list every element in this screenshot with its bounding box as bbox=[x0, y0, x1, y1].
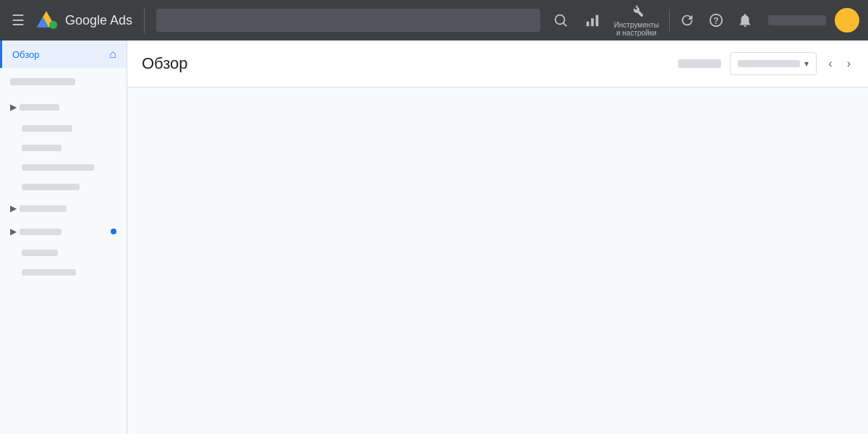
help-icon: ? bbox=[708, 12, 724, 28]
sidebar-item-2-label bbox=[22, 125, 72, 132]
sidebar-item-5[interactable] bbox=[0, 177, 127, 197]
date-range-dropdown[interactable]: ▾ bbox=[730, 52, 817, 75]
chevron-right-icon: ▶ bbox=[10, 102, 17, 112]
app-title: Google Ads bbox=[65, 13, 132, 28]
search-button[interactable] bbox=[546, 9, 575, 31]
tools-icon bbox=[629, 4, 644, 20]
sidebar: Обзор ⌂ ▶ ▶ ▶ bbox=[0, 41, 127, 434]
sidebar-item-9-label bbox=[22, 269, 76, 276]
svg-point-3 bbox=[555, 15, 564, 25]
chevron-right-icon-3: ▶ bbox=[10, 226, 17, 237]
sidebar-top-section bbox=[0, 68, 127, 95]
page-title: Обзор bbox=[142, 54, 669, 73]
sidebar-item-7[interactable]: ▶ bbox=[0, 220, 127, 243]
refresh-button[interactable] bbox=[673, 9, 702, 31]
help-button[interactable]: ? bbox=[702, 9, 731, 31]
sidebar-item-7-label bbox=[20, 229, 61, 235]
user-avatar[interactable] bbox=[835, 8, 859, 33]
sidebar-overview-label: Обзор bbox=[12, 49, 40, 60]
tools-button[interactable]: Инструментыи настройки bbox=[610, 1, 663, 40]
google-ads-logo bbox=[35, 9, 58, 32]
sidebar-item-8[interactable] bbox=[0, 243, 127, 263]
topnav-left: ☰ Google Ads bbox=[9, 9, 132, 32]
date-range-label bbox=[738, 60, 800, 67]
sidebar-item-overview[interactable]: Обзор ⌂ bbox=[0, 41, 127, 68]
sidebar-item-1-label bbox=[20, 104, 59, 111]
nav-forward-button[interactable]: › bbox=[844, 54, 854, 73]
bell-icon bbox=[737, 12, 753, 28]
header-placeholder bbox=[678, 59, 721, 68]
sidebar-item-3-label bbox=[22, 145, 61, 151]
svg-rect-6 bbox=[591, 18, 594, 26]
dropdown-chevron-icon: ▾ bbox=[804, 59, 809, 69]
refresh-icon bbox=[679, 12, 695, 28]
topnav-divider bbox=[144, 7, 145, 33]
search-icon bbox=[553, 12, 569, 28]
sidebar-item-8-label bbox=[22, 250, 58, 256]
sidebar-item-2[interactable] bbox=[0, 119, 127, 138]
sidebar-item-9[interactable] bbox=[0, 263, 127, 282]
sidebar-item-6[interactable]: ▶ bbox=[0, 197, 127, 220]
svg-text:?: ? bbox=[713, 16, 718, 26]
reports-button[interactable] bbox=[578, 9, 607, 31]
tools-label: Инструментыи настройки bbox=[614, 21, 659, 37]
topnav: ☰ Google Ads Инструм bbox=[0, 0, 868, 41]
main-panel: Обзор ▾ ‹ › bbox=[127, 41, 868, 434]
main-content-area bbox=[127, 88, 868, 434]
sidebar-item-4[interactable] bbox=[0, 158, 127, 177]
account-selector-placeholder[interactable] bbox=[768, 15, 826, 25]
main-layout: Обзор ⌂ ▶ ▶ ▶ bbox=[0, 41, 868, 434]
notification-dot bbox=[111, 229, 116, 234]
chart-icon bbox=[584, 12, 600, 28]
sidebar-item-6-label bbox=[20, 205, 67, 212]
main-header: Обзор ▾ ‹ › bbox=[127, 41, 868, 88]
svg-point-2 bbox=[49, 21, 57, 29]
sidebar-item-1[interactable]: ▶ bbox=[0, 95, 127, 119]
sidebar-item-4-label bbox=[22, 164, 94, 171]
home-icon: ⌂ bbox=[109, 48, 116, 61]
topnav-right: Инструментыи настройки ? bbox=[546, 1, 859, 40]
nav-icon-group: ? bbox=[669, 9, 760, 31]
sidebar-placeholder-top bbox=[10, 78, 75, 85]
nav-back-button[interactable]: ‹ bbox=[825, 54, 835, 73]
sidebar-item-3[interactable] bbox=[0, 138, 127, 158]
svg-rect-7 bbox=[595, 15, 598, 27]
svg-line-4 bbox=[563, 23, 566, 26]
svg-rect-5 bbox=[586, 22, 589, 26]
sidebar-item-5-label bbox=[22, 184, 80, 190]
notifications-button[interactable] bbox=[731, 9, 760, 31]
topnav-search-bar[interactable] bbox=[156, 9, 540, 32]
chevron-right-icon-2: ▶ bbox=[10, 203, 17, 213]
hamburger-menu-button[interactable]: ☰ bbox=[9, 9, 27, 32]
